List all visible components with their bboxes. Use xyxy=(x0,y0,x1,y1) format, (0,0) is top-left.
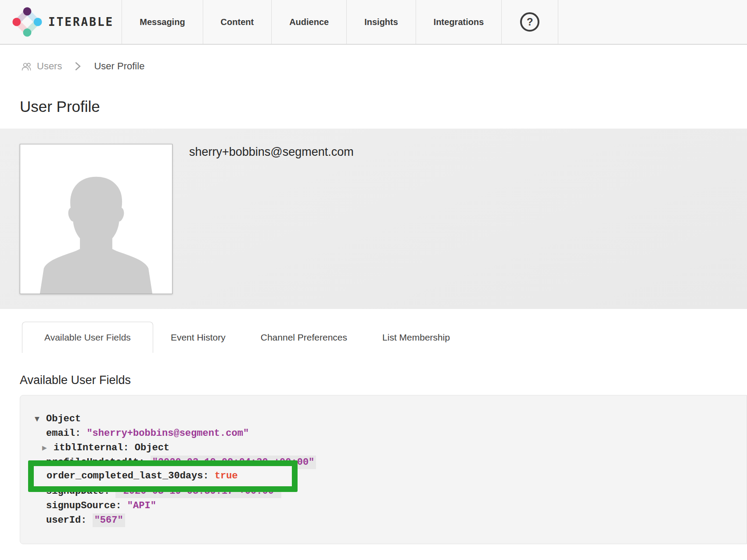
nav-item-audience[interactable]: Audience xyxy=(271,0,346,44)
field-value: "567" xyxy=(93,513,125,527)
top-nav: ITERABLE MessagingContentAudienceInsight… xyxy=(0,0,747,45)
annotation-rectangle: order_completed_last_30days: true xyxy=(28,460,298,492)
field-key: itblInternal: xyxy=(54,442,135,453)
tab-channel-preferences[interactable]: Channel Preferences xyxy=(243,322,365,353)
profile-email: sherry+bobbins@segment.com xyxy=(189,145,354,159)
users-icon xyxy=(21,62,33,71)
brand-name: ITERABLE xyxy=(48,15,114,29)
field-value: "sherry+bobbins@segment.com" xyxy=(86,428,249,439)
profile-header-band: sherry+bobbins@segment.com xyxy=(0,129,747,309)
field-line-root: ▼Object xyxy=(20,412,747,426)
object-label: Object xyxy=(135,442,169,453)
person-silhouette-icon xyxy=(28,159,165,294)
iterable-diamond-icon xyxy=(12,7,42,37)
breadcrumb-current: User Profile xyxy=(94,61,144,72)
iterable-logo[interactable]: ITERABLE xyxy=(0,0,122,44)
field-key: userId: xyxy=(46,515,93,526)
nav-item-messaging[interactable]: Messaging xyxy=(122,0,202,44)
question-mark-icon: ? xyxy=(520,12,539,32)
field-value: "API" xyxy=(127,500,156,511)
field-line-itblInternal: ▶itblInternal: Object xyxy=(20,441,747,455)
breadcrumb-parent-label: Users xyxy=(37,61,62,72)
field-line-userId: userId: "567" xyxy=(20,513,747,528)
field-value: true xyxy=(215,470,238,481)
tab-list-membership[interactable]: List Membership xyxy=(365,322,467,353)
help-button[interactable]: ? xyxy=(501,0,558,44)
tab-bar: Available User FieldsEvent HistoryChanne… xyxy=(22,322,747,353)
field-line-signupSource: signupSource: "API" xyxy=(20,499,747,513)
caret-right-icon[interactable]: ▶ xyxy=(42,441,47,455)
caret-down-icon[interactable]: ▼ xyxy=(35,412,40,426)
breadcrumb: Users User Profile xyxy=(21,60,747,73)
chevron-right-icon xyxy=(75,61,81,71)
breadcrumb-users-link[interactable]: Users xyxy=(21,61,62,72)
tab-event-history[interactable]: Event History xyxy=(153,322,243,353)
nav-item-insights[interactable]: Insights xyxy=(346,0,416,44)
field-key: order_completed_last_30days: xyxy=(47,470,215,481)
tab-available-user-fields[interactable]: Available User Fields xyxy=(22,322,153,353)
field-line-email: email: "sherry+bobbins@segment.com" xyxy=(20,426,747,441)
avatar xyxy=(20,144,172,294)
field-key: signupSource: xyxy=(46,500,127,511)
field-key: email: xyxy=(46,428,86,439)
field-line-order_completed_last_30days: order_completed_last_30days: true xyxy=(34,471,238,481)
nav-items: MessagingContentAudienceInsightsIntegrat… xyxy=(122,0,501,44)
user-fields-json-viewer: ▼Objectemail: "sherry+bobbins@segment.co… xyxy=(20,395,747,544)
section-heading: Available User Fields xyxy=(20,373,747,387)
nav-item-content[interactable]: Content xyxy=(203,0,272,44)
nav-item-integrations[interactable]: Integrations xyxy=(416,0,501,44)
object-label: Object xyxy=(46,413,81,424)
page-title: User Profile xyxy=(20,98,747,115)
